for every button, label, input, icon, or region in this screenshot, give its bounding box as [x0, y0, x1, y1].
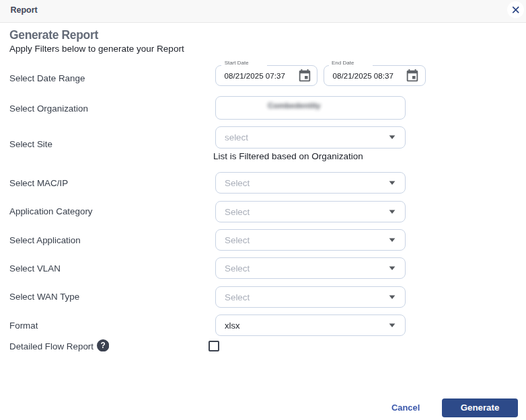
- svg-text:?: ?: [100, 341, 105, 350]
